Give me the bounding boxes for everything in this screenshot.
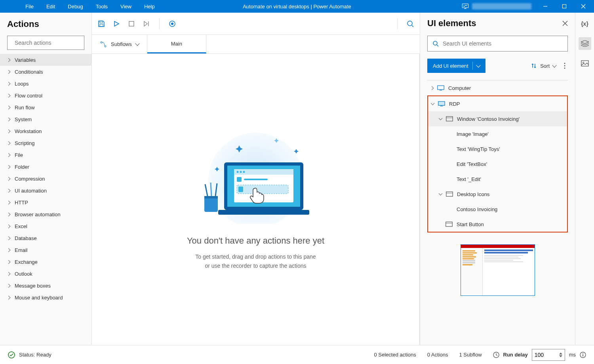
play-button[interactable]: [112, 20, 120, 28]
minimize-button[interactable]: [536, 0, 554, 13]
svg-point-14: [171, 23, 173, 25]
ui-elements-search-input[interactable]: [443, 40, 563, 47]
actions-search-input[interactable]: [15, 40, 84, 46]
menu-help[interactable]: Help: [139, 1, 160, 12]
maximize-button[interactable]: [555, 0, 573, 13]
svg-marker-11: [144, 21, 147, 26]
chevron-right-icon: [7, 165, 11, 169]
side-rail: {x}: [575, 13, 594, 345]
step-button[interactable]: [143, 20, 150, 28]
run-delay-label: Run delay: [503, 352, 528, 358]
account-info-blurred: [472, 3, 531, 10]
status-text: Status: Ready: [19, 352, 51, 358]
svg-point-59: [583, 353, 583, 354]
tree-leaf-contoso[interactable]: Contoso Invoicing: [428, 202, 567, 217]
action-category[interactable]: Browser automation: [0, 208, 91, 220]
chevron-right-icon: [7, 224, 11, 228]
svg-point-15: [407, 21, 412, 26]
close-panel-button[interactable]: [562, 21, 568, 26]
tree-node-start[interactable]: Start Button: [428, 217, 567, 232]
actions-list: Variables Conditionals Loops Flow contro…: [0, 54, 91, 345]
action-category[interactable]: Flow control: [0, 90, 91, 101]
stepper-down[interactable]: [559, 355, 562, 357]
flow-search-button[interactable]: [406, 20, 414, 28]
action-category[interactable]: Email: [0, 244, 91, 256]
action-category[interactable]: Exchange: [0, 256, 91, 268]
ui-elements-tree: Computer RDP Window 'Contoso Invoicing' …: [427, 80, 568, 233]
tree-leaf-edit[interactable]: Edit 'TextBox': [428, 156, 567, 172]
chevron-right-icon: [7, 93, 11, 97]
action-category[interactable]: Conditionals: [0, 66, 91, 78]
action-category[interactable]: Compression: [0, 173, 91, 185]
action-category[interactable]: Message boxes: [0, 280, 91, 292]
tree-node-desktop[interactable]: Desktop Icons: [428, 187, 567, 202]
subflows-dropdown[interactable]: Subflows: [92, 35, 147, 53]
action-category[interactable]: HTTP: [0, 196, 91, 208]
svg-rect-33: [237, 177, 242, 182]
chevron-right-icon: [430, 86, 434, 90]
menu-file[interactable]: File: [20, 1, 39, 12]
tree-leaf-image[interactable]: Image 'Image': [428, 126, 567, 141]
action-category[interactable]: Variables: [0, 54, 91, 66]
action-category[interactable]: Mouse and keyboard: [0, 292, 91, 303]
info-icon[interactable]: [580, 352, 586, 358]
ui-elements-rail-icon[interactable]: [579, 37, 591, 50]
tree-leaf-text[interactable]: Text 'WingTip Toys': [428, 141, 567, 156]
status-ok-icon: [8, 351, 15, 358]
action-category[interactable]: Database: [0, 232, 91, 244]
add-ui-element-button[interactable]: Add UI element: [427, 59, 485, 73]
more-options-button[interactable]: [562, 60, 568, 71]
action-category[interactable]: Workstation: [0, 125, 91, 137]
svg-rect-2: [563, 5, 566, 8]
save-button[interactable]: [97, 20, 105, 28]
empty-subtitle: To get started, drag and drop actions to…: [195, 252, 316, 270]
action-category[interactable]: System: [0, 113, 91, 125]
menu-edit[interactable]: Edit: [41, 1, 61, 12]
action-category[interactable]: Excel: [0, 220, 91, 232]
sort-button[interactable]: Sort: [531, 63, 556, 69]
flow-canvas[interactable]: You don't have any actions here yet To g…: [92, 54, 420, 345]
delay-unit: ms: [569, 352, 576, 358]
svg-rect-44: [438, 86, 444, 90]
menu-view[interactable]: View: [115, 1, 137, 12]
svg-rect-50: [446, 192, 453, 196]
ui-elements-search[interactable]: [427, 36, 568, 51]
actions-count: 0 Actions: [427, 352, 448, 358]
svg-rect-34: [244, 179, 268, 180]
action-category[interactable]: File: [0, 149, 91, 161]
menu-tools[interactable]: Tools: [90, 1, 113, 12]
action-category[interactable]: UI automation: [0, 185, 91, 196]
actions-panel: Actions Variables Conditionals Loops Flo…: [0, 13, 92, 345]
subflows-label: Subflows: [111, 41, 132, 47]
tabs-row: Subflows Main: [92, 35, 420, 54]
svg-point-31: [240, 171, 242, 173]
stepper-up[interactable]: [559, 353, 562, 354]
svg-marker-9: [114, 21, 119, 26]
chevron-right-icon: [7, 248, 11, 252]
vm-icon: [462, 4, 469, 9]
action-category[interactable]: Outlook: [0, 268, 91, 280]
tree-node-window[interactable]: Window 'Contoso Invoicing': [428, 111, 567, 126]
variables-rail-icon[interactable]: {x}: [579, 17, 591, 30]
close-button[interactable]: [574, 0, 592, 13]
tree-node-rdp[interactable]: RDP: [428, 96, 567, 111]
chevron-right-icon: [7, 153, 11, 157]
run-delay-input[interactable]: [532, 349, 565, 361]
action-category[interactable]: Run flow: [0, 101, 91, 113]
images-rail-icon[interactable]: [579, 57, 591, 70]
empty-illustration: [185, 129, 327, 224]
record-button[interactable]: [168, 20, 176, 28]
window-icon: [446, 221, 453, 227]
svg-point-41: [564, 63, 565, 64]
tree-node-computer[interactable]: Computer: [427, 80, 568, 95]
action-category[interactable]: Loops: [0, 78, 91, 90]
tab-main[interactable]: Main: [147, 35, 206, 53]
actions-search[interactable]: [7, 36, 84, 50]
chevron-right-icon: [7, 58, 11, 62]
menu-debug[interactable]: Debug: [62, 1, 88, 12]
stop-button[interactable]: [128, 20, 135, 28]
tree-leaf-text[interactable]: Text '_Edit': [428, 172, 567, 187]
action-category[interactable]: Folder: [0, 161, 91, 173]
action-category[interactable]: Scripting: [0, 137, 91, 149]
toolbar-divider: [159, 18, 160, 29]
